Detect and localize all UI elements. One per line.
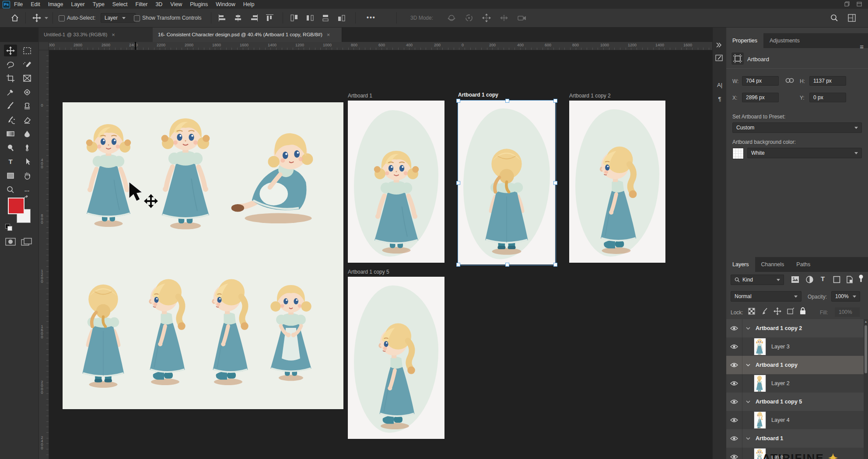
ruler-vertical[interactable]: 0 400 800 1200 1600 2000 2400 [38, 50, 49, 459]
more-options-icon[interactable]: ••• [367, 14, 376, 21]
canvas-area[interactable]: Artboard 1 Artboard 1 copy Artboard 1 co… [49, 50, 712, 459]
tab-paths[interactable]: Paths [790, 257, 816, 272]
edit-toolbar-icon[interactable]: … [21, 184, 34, 195]
artboard-1-copy[interactable] [458, 101, 555, 264]
layer-thumbnail[interactable] [754, 338, 766, 355]
scrollbar-thumb[interactable] [864, 325, 867, 373]
hand-tool[interactable] [21, 170, 34, 181]
menu-image[interactable]: Image [44, 0, 67, 9]
dodge-tool[interactable] [4, 142, 17, 153]
character-panel-icon[interactable]: A| [715, 80, 724, 89]
marquee-tool[interactable] [21, 45, 34, 56]
tab-layers[interactable]: Layers [726, 257, 755, 272]
screen-mode-icon[interactable] [21, 238, 32, 246]
move-tool[interactable] [4, 45, 17, 56]
kind-filter-dropdown[interactable]: Kind [731, 275, 784, 285]
path-selection-tool[interactable] [21, 156, 34, 167]
artboard-label[interactable]: Artboard 1 [348, 93, 372, 99]
lock-pixels-icon[interactable] [761, 308, 768, 315]
layers-scrollbar[interactable]: ▲ [864, 319, 868, 459]
chevron-down-icon[interactable] [746, 400, 750, 403]
crop-tool[interactable] [4, 72, 17, 84]
artboard-1-copy-2[interactable] [569, 101, 665, 263]
visibility-eye-icon[interactable] [726, 393, 742, 411]
chevron-down-icon[interactable] [746, 364, 750, 366]
preset-dropdown[interactable]: Custom [732, 122, 862, 133]
lock-transparency-icon[interactable] [748, 308, 755, 315]
menu-type[interactable]: Type [89, 0, 108, 9]
paragraph-panel-icon[interactable]: ¶ [715, 94, 724, 103]
clone-stamp-tool[interactable] [21, 100, 34, 111]
link-dimensions-icon[interactable] [785, 77, 794, 83]
tab-untitled-1-close-icon[interactable]: × [112, 31, 115, 38]
reference-artboard[interactable] [63, 102, 343, 409]
ruler-horizontal[interactable]: 30002800 26002400 22002000 18001600 1400… [49, 42, 712, 50]
layer-row-layer-4[interactable]: Layer 4 [726, 411, 864, 429]
layer-thumbnail[interactable] [754, 375, 766, 392]
lasso-tool[interactable] [4, 59, 17, 70]
tab-properties[interactable]: Properties [726, 33, 763, 48]
move-tool-icon[interactable] [32, 14, 41, 22]
menu-edit[interactable]: Edit [27, 0, 44, 9]
auto-select-target-dropdown[interactable]: Layer [101, 13, 136, 23]
filter-smart-objects-icon[interactable] [846, 276, 853, 283]
lock-artboard-icon[interactable] [787, 308, 794, 315]
lock-all-icon[interactable] [800, 307, 806, 315]
align-left-edges-icon[interactable] [219, 14, 226, 21]
blur-tool[interactable] [21, 128, 34, 139]
visibility-eye-icon[interactable] [726, 374, 742, 393]
layer-row-artboard-1-copy-2[interactable]: Artboard 1 copy 2 [726, 319, 864, 337]
filter-adjustment-layers-icon[interactable] [806, 276, 813, 283]
search-icon[interactable] [830, 14, 838, 22]
tab-channels[interactable]: Channels [755, 257, 791, 272]
artboard-bg-color-swatch[interactable] [732, 148, 744, 159]
visibility-eye-icon[interactable] [726, 411, 742, 429]
width-field[interactable]: 704 px [742, 76, 779, 86]
filter-toggle-icon[interactable] [858, 275, 864, 282]
show-transform-checkbox[interactable] [134, 15, 140, 21]
artboard-label[interactable]: Artboard 1 copy 2 [569, 93, 611, 99]
y-field[interactable]: 0 px [809, 93, 846, 102]
collapse-panels-chevron-icon[interactable] [715, 42, 724, 51]
brush-settings-panel-icon[interactable] [715, 54, 724, 63]
quick-mask-icon[interactable] [5, 238, 16, 246]
blend-mode-dropdown[interactable]: Normal [731, 291, 802, 302]
distribute-horizontal-centers-icon[interactable] [306, 14, 314, 21]
panel-options-icon[interactable] [857, 1, 862, 7]
menu-help[interactable]: Help [239, 0, 259, 9]
visibility-eye-icon[interactable] [726, 448, 742, 459]
tool-preset-chevron-icon[interactable] [45, 17, 48, 19]
auto-select-checkbox[interactable] [59, 15, 65, 21]
menu-window[interactable]: Window [212, 0, 239, 9]
layer-row-artboard-1-copy-5[interactable]: Artboard 1 copy 5 [726, 393, 864, 411]
photoshop-logo-icon[interactable]: Ps [3, 1, 10, 8]
restore-window-icon[interactable] [844, 1, 850, 7]
zoom-tool[interactable] [4, 184, 17, 195]
pen-tool[interactable] [21, 142, 34, 153]
tab-adjustments[interactable]: Adjustments [763, 33, 806, 48]
chevron-down-icon[interactable] [746, 327, 750, 330]
align-right-edges-icon[interactable] [250, 14, 258, 21]
object-selection-tool[interactable] [21, 59, 34, 70]
distribute-bottom-edges-icon[interactable] [338, 14, 345, 21]
menu-view[interactable]: View [166, 0, 186, 9]
menu-layer[interactable]: Layer [67, 0, 88, 9]
filter-shape-layers-icon[interactable] [833, 276, 840, 283]
align-horizontal-centers-icon[interactable] [234, 14, 242, 21]
background-color-dropdown[interactable]: White [747, 148, 862, 158]
artboard-1[interactable] [348, 101, 444, 263]
tab-character-design[interactable]: 16- Consistent Character design.psd @ 40… [153, 27, 342, 42]
chevron-down-icon[interactable] [746, 437, 750, 440]
visibility-eye-icon[interactable] [726, 356, 742, 374]
eraser-tool[interactable] [21, 114, 34, 125]
panel-menu-icon[interactable]: ≡ [860, 43, 864, 50]
gradient-tool[interactable] [4, 128, 17, 139]
history-brush-tool[interactable] [4, 114, 17, 125]
type-tool[interactable]: T [4, 156, 17, 167]
tab-untitled-1[interactable]: Untitled-1 @ 33.3% (RGB/8) × [38, 27, 163, 42]
layer-row-artboard-1-copy-selected[interactable]: Artboard 1 copy [726, 356, 864, 374]
tab-character-design-close-icon[interactable]: × [327, 31, 330, 38]
menu-select[interactable]: Select [108, 0, 132, 9]
layer-row-layer-3[interactable]: Layer 3 [726, 337, 864, 356]
distribute-vertical-centers-icon[interactable] [322, 14, 329, 21]
